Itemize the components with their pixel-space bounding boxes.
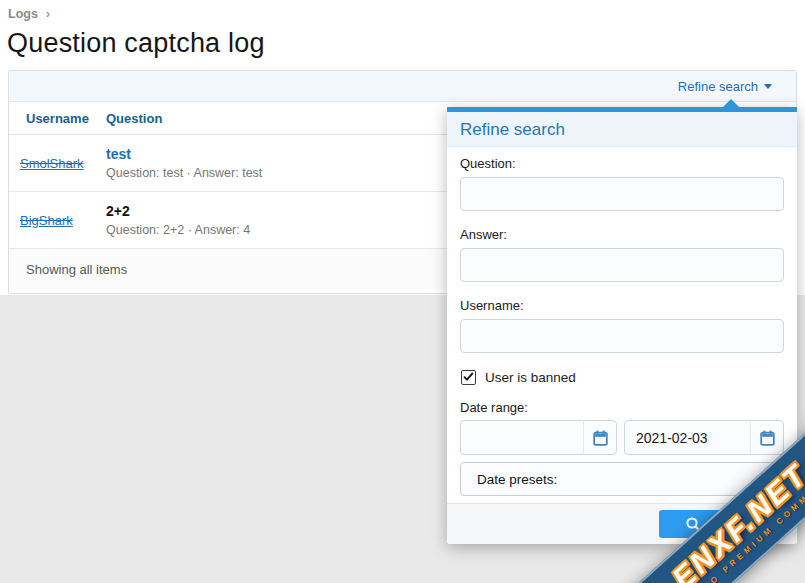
breadcrumb-separator: › xyxy=(46,6,50,21)
date-presets-select[interactable]: Date presets: xyxy=(460,462,784,496)
question-label: Question: xyxy=(460,156,784,171)
calendar-icon xyxy=(760,430,775,446)
refine-search-toggle[interactable]: Refine search xyxy=(678,79,772,94)
refine-search-form: Question: Answer: Username: User is bann… xyxy=(447,147,797,503)
page-title: Question captcha log xyxy=(7,28,265,59)
refine-search-toggle-label: Refine search xyxy=(678,79,758,94)
checkmark-icon xyxy=(463,372,474,382)
breadcrumb-logs[interactable]: Logs xyxy=(8,7,38,21)
user-banned-label: User is banned xyxy=(485,370,576,385)
panel-toolbar: Refine search xyxy=(9,71,796,102)
username-link[interactable]: SmolShark xyxy=(20,156,84,171)
username-label: Username: xyxy=(460,298,784,313)
date-from-calendar-button[interactable] xyxy=(583,421,616,454)
username-cell: BigShark xyxy=(9,211,106,229)
question-cell: 2+2 Question: 2+2 · Answer: 4 xyxy=(106,203,250,237)
date-range-row xyxy=(460,420,784,455)
date-from-input[interactable] xyxy=(461,421,583,454)
user-banned-checkbox-row[interactable]: User is banned xyxy=(461,369,784,385)
date-presets-label: Date presets: xyxy=(477,472,557,487)
refine-search-heading: Refine search xyxy=(447,112,797,147)
column-header-question: Question xyxy=(106,111,162,126)
question-detail: Question: 2+2 · Answer: 4 xyxy=(106,223,250,237)
chevron-down-icon xyxy=(764,84,772,93)
username-input[interactable] xyxy=(460,319,784,353)
user-banned-checkbox[interactable] xyxy=(461,370,476,385)
showing-all-items-text: Showing all items xyxy=(26,262,127,277)
question-title: 2+2 xyxy=(106,203,250,219)
username-link[interactable]: BigShark xyxy=(20,213,73,228)
date-from-field[interactable] xyxy=(460,420,617,455)
page: Logs › Question captcha log Refine searc… xyxy=(0,0,805,583)
question-title-link[interactable]: test xyxy=(106,146,262,162)
answer-label: Answer: xyxy=(460,227,784,242)
question-detail: Question: test · Answer: test xyxy=(106,166,262,180)
date-to-input[interactable] xyxy=(625,421,750,454)
dropdown-pointer-icon xyxy=(723,99,739,107)
refine-search-dropdown: Refine search Question: Answer: Username… xyxy=(447,107,797,544)
column-header-username: Username xyxy=(9,111,106,126)
date-to-calendar-button[interactable] xyxy=(750,421,783,454)
answer-input[interactable] xyxy=(460,248,784,282)
date-range-label: Date range: xyxy=(460,400,784,415)
question-cell: test Question: test · Answer: test xyxy=(106,146,262,180)
username-cell: SmolShark xyxy=(9,154,106,172)
calendar-icon xyxy=(593,430,608,446)
date-to-field[interactable] xyxy=(624,420,784,455)
question-input[interactable] xyxy=(460,177,784,211)
breadcrumb: Logs › xyxy=(8,6,50,21)
